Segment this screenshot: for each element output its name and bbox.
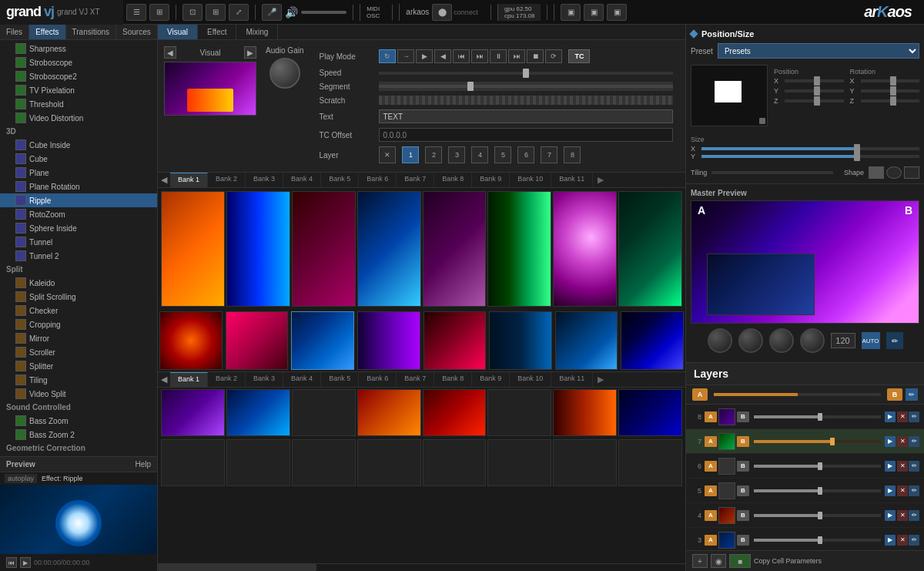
layout-btn2[interactable]: ▣	[584, 4, 604, 21]
tab-mixing[interactable]: Mixing	[236, 25, 278, 39]
shape-btn-square[interactable]	[869, 166, 884, 179]
bank-cell-4-6[interactable]	[487, 439, 551, 486]
shape-btn-circle[interactable]	[886, 166, 902, 179]
bank2-tab-1[interactable]: Bank 1	[170, 372, 208, 387]
visual-next-btn[interactable]: ▶	[244, 46, 256, 59]
layer-5-play-btn[interactable]: ▶	[885, 485, 896, 496]
layer-3-play-btn[interactable]: ▶	[885, 535, 896, 546]
preview-rewind-btn[interactable]: ⏮	[6, 557, 17, 568]
layer-5-edit-btn[interactable]: ✏	[909, 485, 919, 496]
effect-item-sharpness[interactable]: Sharpness	[0, 42, 157, 55]
effect-item-cropping[interactable]: Cropping	[0, 317, 157, 331]
bank-cell-4-5[interactable]	[423, 439, 487, 486]
bank1-tab-9[interactable]: Bank 9	[472, 173, 510, 187]
bank-cell-3-7[interactable]	[553, 389, 617, 436]
effect-item-videosplit[interactable]: Video Split	[0, 387, 157, 401]
bank-cell-1-5[interactable]	[423, 191, 487, 307]
layer-8-a-btn[interactable]: A	[705, 411, 717, 422]
layer-3-vol-slider[interactable]	[754, 539, 881, 542]
bank-cell-4-4[interactable]	[357, 439, 421, 486]
size-x-slider[interactable]	[701, 147, 919, 150]
layer-8-x-btn[interactable]: ✕	[897, 411, 908, 422]
bank2-tab-8[interactable]: Bank 8	[434, 372, 472, 387]
layer-7-x-btn[interactable]: ✕	[897, 436, 908, 447]
master-auto-btn[interactable]: AUTO	[862, 332, 880, 349]
visual-prev-btn[interactable]: ◀	[164, 46, 176, 59]
bank-cell-4-3[interactable]	[292, 439, 356, 486]
layer-6-vol-slider[interactable]	[754, 465, 881, 468]
layers-color-btn[interactable]: ■	[729, 554, 751, 568]
bank2-tab-2[interactable]: Bank 2	[208, 372, 246, 387]
bank2-tab-11[interactable]: Bank 11	[551, 372, 593, 387]
play-btn-loop[interactable]: ↻	[379, 49, 396, 63]
tab-effects[interactable]: Effects	[29, 25, 65, 39]
effect-item-splitter[interactable]: Splitter	[0, 359, 157, 373]
layers-edit-button[interactable]: ✏	[906, 388, 918, 401]
bank1-tab-2[interactable]: Bank 2	[208, 173, 246, 187]
layer-4-a-btn[interactable]: A	[705, 510, 717, 521]
effect-item-planerotation[interactable]: Plane Rotation	[0, 180, 157, 193]
effect-item-videodistortion[interactable]: Video Distortion	[0, 111, 157, 125]
tab-transitions[interactable]: Transitions	[66, 25, 117, 39]
segment-slider[interactable]	[379, 82, 673, 91]
bank-cell-3-5[interactable]	[423, 389, 487, 436]
bank-cell-1-4[interactable]	[357, 191, 421, 307]
audio-gain-knob[interactable]	[270, 58, 300, 89]
pos-x-slider[interactable]	[785, 79, 844, 82]
master-knob-1[interactable]	[708, 328, 732, 353]
tiling-slider[interactable]	[711, 171, 833, 174]
arkaos-connect-btn[interactable]: ⬤	[432, 4, 452, 21]
bank-cell-3-2[interactable]	[226, 389, 290, 436]
master-edit-btn[interactable]: ✏	[886, 332, 903, 349]
bank1-next-arrow[interactable]: ▶	[593, 173, 608, 187]
bank2-tab-7[interactable]: Bank 7	[397, 372, 434, 387]
volume-slider[interactable]	[301, 11, 346, 14]
layer-3-a-btn[interactable]: A	[705, 535, 717, 546]
bank1-tab-6[interactable]: Bank 6	[359, 173, 397, 187]
bank-cell-1-2[interactable]	[226, 191, 290, 307]
play-btn-prev[interactable]: ◀	[434, 49, 451, 63]
layer-8-b-btn[interactable]: B	[737, 411, 749, 422]
bank-cell-4-1[interactable]	[161, 439, 225, 486]
layer-8-edit-btn[interactable]: ✏	[909, 411, 919, 422]
layer-8-vol-slider[interactable]	[754, 415, 881, 418]
effect-item-basszoom2[interactable]: Bass Zoom 2	[0, 428, 157, 442]
play-btn-pause[interactable]: ⏸	[490, 49, 507, 63]
bank2-tab-6[interactable]: Bank 6	[359, 372, 397, 387]
layout-btn3[interactable]: ▣	[607, 4, 627, 21]
effect-item-stroboscope[interactable]: Stroboscope	[0, 55, 157, 69]
layer-4-play-btn[interactable]: ▶	[885, 510, 896, 521]
bank-cell-2-6[interactable]	[489, 311, 552, 370]
size-y-slider[interactable]	[701, 155, 919, 158]
layer-7-edit-btn[interactable]: ✏	[909, 436, 919, 447]
preset-select[interactable]: Presets	[718, 43, 919, 59]
bank1-tab-11[interactable]: Bank 11	[551, 173, 593, 187]
bank-cell-1-1[interactable]	[161, 191, 225, 307]
effect-item-tiling[interactable]: Tiling	[0, 373, 157, 387]
tc-button[interactable]: TC	[568, 49, 590, 63]
layer-8-play-btn[interactable]: ▶	[885, 411, 896, 422]
layer-4-vol-slider[interactable]	[754, 514, 881, 517]
menu-btn[interactable]: ☰	[126, 4, 146, 21]
layer-6-x-btn[interactable]: ✕	[897, 461, 908, 472]
layers-a-button[interactable]: A	[692, 388, 708, 401]
tab-files[interactable]: Files	[0, 25, 29, 39]
effect-item-mirror[interactable]: Mirror	[0, 331, 157, 345]
bank-cell-2-1[interactable]	[159, 311, 223, 370]
master-knob-4[interactable]	[800, 328, 825, 353]
bank-cell-2-4[interactable]	[357, 311, 420, 370]
speed-slider[interactable]	[379, 72, 673, 75]
layer-btn-8[interactable]: 8	[564, 146, 581, 163]
bank-cell-4-2[interactable]	[226, 439, 290, 486]
bank-cell-1-8[interactable]	[618, 191, 682, 307]
bank-cell-3-4[interactable]	[357, 389, 421, 436]
effect-item-splitscrolling[interactable]: Split Scrolling	[0, 290, 157, 304]
tcoffset-input[interactable]	[379, 128, 673, 142]
play-btn-step[interactable]: ⏭	[508, 49, 525, 63]
pos-y-slider[interactable]	[785, 89, 844, 92]
bank-cell-1-3[interactable]	[292, 191, 356, 307]
layer-5-a-btn[interactable]: A	[705, 485, 717, 496]
rot-z-slider[interactable]	[861, 99, 920, 102]
layer-5-vol-slider[interactable]	[754, 489, 881, 492]
rot-y-slider[interactable]	[861, 89, 920, 92]
